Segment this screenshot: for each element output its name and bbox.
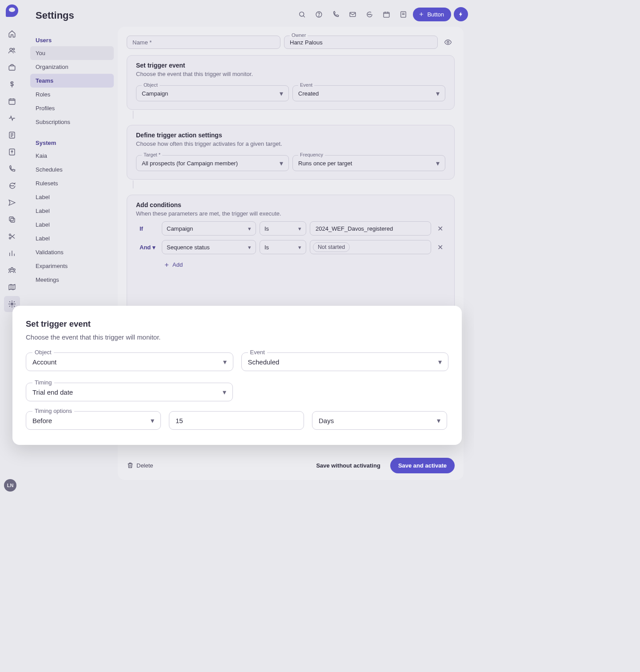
sidebar-item-organization[interactable]: Organization <box>30 60 114 74</box>
chart-icon[interactable] <box>4 245 20 261</box>
scissors-icon[interactable] <box>4 228 20 244</box>
frequency-select[interactable]: Frequency Runs once per target ▾ <box>292 155 445 171</box>
copy-icon[interactable] <box>4 212 20 228</box>
map-icon[interactable] <box>4 279 20 295</box>
chevron-down-icon: ▾ <box>437 416 440 425</box>
and-label[interactable]: And▾ <box>136 244 158 251</box>
chevron-down-icon: ▾ <box>436 89 440 98</box>
sidebar-item[interactable]: Rulesets <box>30 176 114 190</box>
avatar[interactable]: LN <box>4 479 16 492</box>
sidebar-item[interactable]: Label <box>30 218 114 232</box>
owner-select[interactable]: Owner Hanz Palous <box>284 36 438 49</box>
modal-unit-select[interactable]: Days ▾ <box>312 411 447 430</box>
sidebar-system-header: System <box>30 135 114 149</box>
app-logo <box>6 4 18 17</box>
sidebar-item-subscriptions[interactable]: Subscriptions <box>30 115 114 129</box>
name-label: Name * <box>132 39 152 46</box>
sidebar-item[interactable]: Label <box>30 232 114 245</box>
visibility-icon[interactable] <box>441 38 455 46</box>
name-input[interactable]: Name * <box>127 36 280 49</box>
sidebar-item[interactable]: Schedules <box>30 163 114 176</box>
sidebar-item[interactable]: Expariments <box>30 259 114 273</box>
target-select[interactable]: Target * All prospects (for Campaign mem… <box>136 155 289 171</box>
calendar-icon[interactable] <box>4 93 20 109</box>
svg-rect-9 <box>11 218 15 222</box>
remove-condition-icon[interactable]: ✕ <box>435 243 445 252</box>
remove-condition-icon[interactable]: ✕ <box>435 224 445 233</box>
svg-rect-2 <box>9 66 15 70</box>
sidebar-users-header: Users <box>30 32 114 46</box>
condition-field-select[interactable]: Campaign▾ <box>162 221 256 236</box>
mail-icon[interactable] <box>345 7 360 21</box>
message-icon[interactable] <box>362 7 376 21</box>
date-icon[interactable] <box>379 7 393 21</box>
sidebar-item[interactable]: Label <box>30 204 114 218</box>
help-icon[interactable] <box>312 7 326 21</box>
sidebar-item-roles[interactable]: Roles <box>30 88 114 101</box>
conditions-title: Add conditions <box>136 201 445 208</box>
condition-chip: Not started <box>313 242 350 252</box>
svg-point-15 <box>13 269 15 271</box>
save-without-button[interactable]: Save without activating <box>310 458 386 473</box>
if-label: If <box>136 225 158 232</box>
svg-point-22 <box>369 14 370 14</box>
modal-sub: Choose the event that this trigger will … <box>26 333 448 341</box>
svg-point-19 <box>319 16 319 16</box>
delete-button[interactable]: Delete <box>127 462 153 469</box>
sidebar-item[interactable]: Kaia <box>30 149 114 163</box>
svg-point-1 <box>13 48 15 50</box>
modal-event-select[interactable]: Event Scheduled ▾ <box>241 352 449 371</box>
home-icon[interactable] <box>4 26 20 42</box>
chevron-down-icon: ▾ <box>298 244 301 251</box>
save-activate-button[interactable]: Save and activate <box>390 458 455 473</box>
chevron-down-icon: ▾ <box>280 89 283 98</box>
sidebar-item[interactable]: Label <box>30 190 114 204</box>
modal-title: Set trigger event <box>26 319 448 329</box>
modal-number-input[interactable]: 15 <box>169 411 304 430</box>
chevron-down-icon: ▾ <box>223 388 226 396</box>
owner-value: Hanz Palous <box>290 39 323 46</box>
sidebar-item[interactable]: Validations <box>30 245 114 259</box>
briefcase-icon[interactable] <box>4 60 20 76</box>
bolt-icon[interactable] <box>454 7 468 21</box>
chevron-down-icon: ▾ <box>248 225 251 232</box>
modal-timing-options-select[interactable]: Timing options Before ▾ <box>26 411 161 430</box>
phone-top-icon[interactable] <box>328 7 343 21</box>
upload-icon[interactable] <box>4 144 20 160</box>
team-icon[interactable] <box>4 262 20 278</box>
sidebar-item-profiles[interactable]: Profiles <box>30 101 114 115</box>
owner-label: Owner <box>290 32 308 38</box>
primary-action-button[interactable]: Button <box>413 8 451 21</box>
pulse-icon[interactable] <box>4 110 20 126</box>
condition-op-select[interactable]: Is▾ <box>260 240 306 254</box>
trigger-event-sub: Choose the event that this trigger will … <box>136 71 445 77</box>
object-select[interactable]: Object Campaign ▾ <box>136 85 289 101</box>
svg-point-7 <box>12 185 12 186</box>
note-icon[interactable] <box>4 127 20 143</box>
condition-field-select[interactable]: Sequence status▾ <box>162 240 256 254</box>
svg-point-6 <box>10 185 11 186</box>
phone-icon[interactable] <box>4 161 20 177</box>
people-icon[interactable] <box>4 43 20 59</box>
dollar-icon[interactable] <box>4 76 20 92</box>
condition-value-input[interactable]: 2024_WEF_Davos_registered <box>310 221 431 236</box>
trigger-event-title: Set trigger event <box>136 62 445 69</box>
modal-object-select[interactable]: Object Account ▾ <box>26 352 233 371</box>
svg-point-14 <box>9 269 11 271</box>
event-select[interactable]: Event Created ▾ <box>292 85 445 101</box>
clipboard-icon[interactable] <box>396 7 410 21</box>
trigger-event-modal: Set trigger event Choose the event that … <box>12 306 462 445</box>
chat-icon[interactable] <box>4 178 20 194</box>
sidebar-item[interactable]: Meetings <box>30 273 114 287</box>
chevron-down-icon: ▾ <box>223 358 227 366</box>
sidebar-item-you[interactable]: You <box>30 46 114 60</box>
condition-value-input[interactable]: Not started <box>310 240 431 254</box>
condition-op-select[interactable]: Is▾ <box>260 221 306 236</box>
add-condition-button[interactable]: Add <box>164 261 445 268</box>
chevron-down-icon: ▾ <box>152 244 156 251</box>
search-icon[interactable] <box>295 7 309 21</box>
modal-timing-select[interactable]: Timing Trial end date ▾ <box>26 383 233 401</box>
send-icon[interactable] <box>4 195 20 211</box>
primary-action-label: Button <box>427 11 444 18</box>
sidebar-item-teams[interactable]: Teams <box>30 74 114 88</box>
